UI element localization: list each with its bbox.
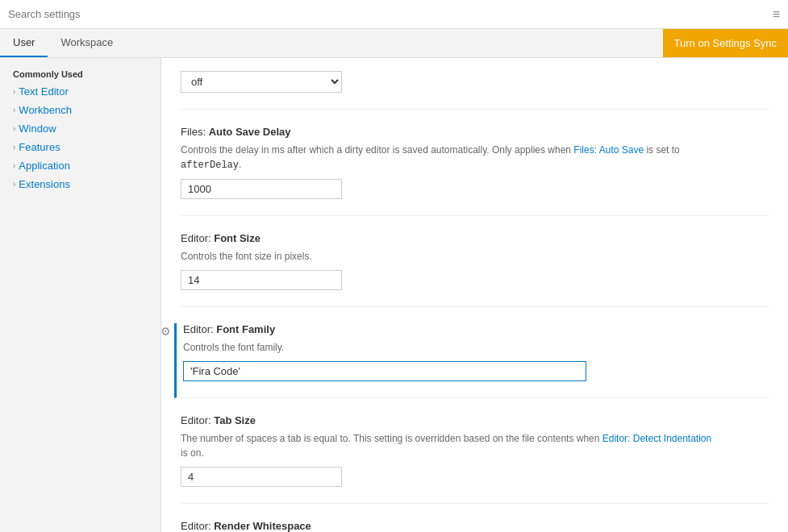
auto-save-delay-input[interactable] — [181, 179, 342, 199]
tabs-left: User Workspace — [0, 29, 126, 57]
chevron-icon: › — [13, 161, 15, 170]
setting-tab-size: Editor: Tab Size The number of spaces a … — [181, 414, 769, 504]
chevron-icon: › — [13, 106, 15, 114]
auto-save-delay-label: Files: Auto Save Delay — [181, 126, 769, 138]
sidebar: Commonly Used › Text Editor › Workbench … — [0, 58, 161, 532]
settings-content: off afterDelay onFocusChange onWindowCha… — [161, 58, 788, 532]
sidebar-item-workbench[interactable]: › Workbench — [0, 101, 161, 119]
sidebar-item-label: Application — [19, 160, 70, 172]
font-size-desc: Controls the font size in pixels. — [181, 249, 769, 264]
setting-auto-save: off afterDelay onFocusChange onWindowCha… — [181, 71, 769, 110]
tab-size-desc: The number of spaces a tab is equal to. … — [181, 431, 769, 460]
sidebar-item-text-editor[interactable]: › Text Editor — [0, 82, 161, 101]
search-input[interactable] — [8, 8, 773, 20]
main-layout: Commonly Used › Text Editor › Workbench … — [0, 58, 788, 532]
render-ws-label: Editor: Render Whitespace — [181, 520, 769, 532]
font-size-label: Editor: Font Size — [181, 232, 769, 244]
sync-button[interactable]: Turn on Settings Sync — [663, 29, 788, 57]
auto-save-delay-desc: Controls the delay in ms after which a d… — [181, 143, 769, 172]
tabs-bar: User Workspace Turn on Settings Sync — [0, 29, 788, 58]
search-bar: ≡ — [0, 0, 788, 29]
sidebar-item-window[interactable]: › Window — [0, 119, 161, 138]
tab-user[interactable]: User — [0, 29, 48, 57]
sidebar-item-label: Extensions — [19, 178, 70, 190]
sidebar-item-label: Text Editor — [19, 85, 68, 98]
auto-save-code: afterDelay — [181, 160, 239, 171]
font-family-label: Editor: Font Family — [183, 323, 769, 335]
tab-size-label: Editor: Tab Size — [181, 414, 769, 426]
auto-save-link[interactable]: Files: Auto Save — [573, 144, 644, 156]
auto-save-select[interactable]: off afterDelay onFocusChange onWindowCha… — [181, 71, 342, 93]
sidebar-item-label: Window — [19, 123, 56, 135]
font-family-content: Editor: Font Family Controls the font fa… — [183, 323, 769, 381]
sidebar-item-label: Workbench — [19, 104, 72, 116]
tab-workspace[interactable]: Workspace — [48, 29, 126, 57]
sidebar-item-features[interactable]: › Features — [0, 138, 161, 156]
detect-indentation-link[interactable]: Editor: Detect Indentation — [602, 433, 711, 444]
sidebar-item-label: Features — [19, 141, 60, 153]
setting-font-size: Editor: Font Size Controls the font size… — [181, 232, 769, 307]
sidebar-item-extensions[interactable]: › Extensions — [0, 175, 161, 193]
chevron-icon: › — [13, 180, 15, 189]
setting-render-whitespace: Editor: Render Whitespace Controls how t… — [181, 520, 769, 532]
tab-size-input[interactable] — [181, 467, 342, 487]
settings-gear-icon[interactable]: ≡ — [773, 7, 780, 22]
font-family-desc: Controls the font family. — [183, 340, 769, 355]
sidebar-commonly-used-title: Commonly Used — [0, 64, 161, 82]
setting-auto-save-delay: Files: Auto Save Delay Controls the dela… — [181, 126, 769, 216]
gear-icon[interactable]: ⚙ — [161, 325, 171, 338]
chevron-icon: › — [13, 124, 15, 133]
font-family-input[interactable] — [183, 361, 586, 381]
chevron-icon: › — [13, 87, 15, 96]
sidebar-item-application[interactable]: › Application — [0, 156, 161, 175]
font-size-input[interactable] — [181, 270, 342, 290]
setting-font-family: ⚙ Editor: Font Family Controls the font … — [174, 323, 769, 398]
chevron-icon: › — [13, 143, 15, 152]
